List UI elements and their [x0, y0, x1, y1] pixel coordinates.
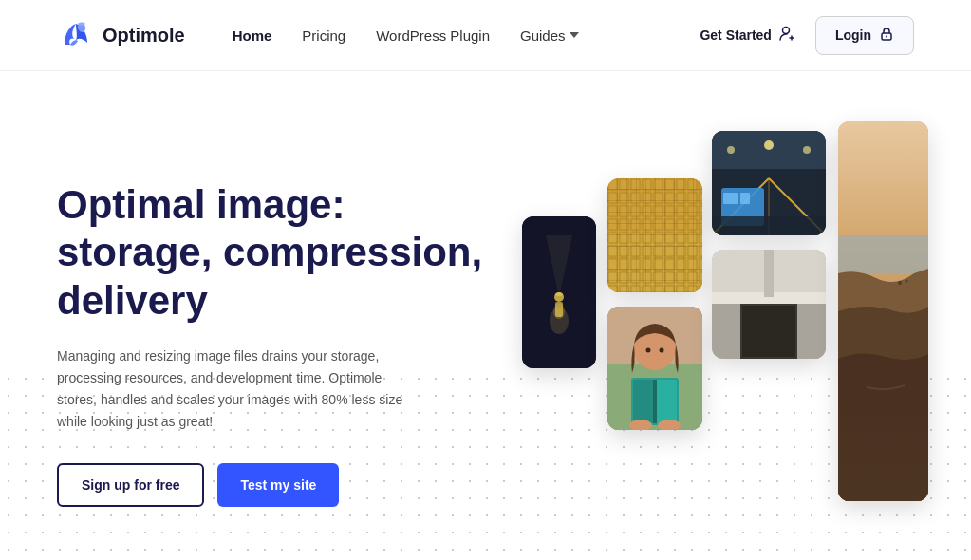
login-button[interactable]: Login: [815, 16, 914, 55]
nav-link-home[interactable]: Home: [233, 28, 272, 44]
navbar: Optimole Home Pricing WordPress Plugin G…: [0, 0, 971, 71]
get-started-label: Get Started: [700, 28, 771, 43]
hero-content: Optimal image: storage, compression, del…: [57, 162, 484, 508]
image-card-beach-cliff: [838, 121, 928, 501]
lock-icon: [879, 27, 894, 45]
image-card-train-station: [712, 131, 826, 235]
svg-rect-45: [742, 306, 795, 357]
svg-rect-35: [633, 380, 654, 423]
svg-point-21: [727, 146, 735, 154]
nav-links: Home Pricing WordPress Plugin Guides: [233, 28, 700, 44]
svg-rect-10: [607, 178, 702, 292]
svg-point-33: [660, 347, 664, 352]
nav-link-guides[interactable]: Guides: [520, 28, 579, 44]
image-card-architecture: [712, 250, 826, 359]
hero-description: Managing and resizing image files drains…: [57, 345, 418, 433]
svg-point-22: [764, 140, 774, 150]
svg-rect-36: [656, 380, 677, 423]
login-label: Login: [835, 28, 871, 43]
image-card-person: [522, 216, 596, 368]
svg-point-23: [803, 146, 811, 154]
svg-rect-46: [764, 250, 774, 297]
nav-link-pricing[interactable]: Pricing: [302, 28, 345, 44]
image-card-building: [607, 178, 702, 292]
svg-rect-25: [723, 193, 738, 204]
signup-button[interactable]: Sign up for free: [57, 463, 204, 507]
svg-rect-27: [712, 216, 826, 235]
svg-point-32: [646, 347, 651, 352]
nav-right: Get Started Login: [700, 16, 914, 55]
svg-point-51: [906, 279, 908, 282]
svg-rect-11: [607, 178, 702, 292]
svg-rect-8: [555, 302, 563, 317]
logo-icon: [57, 16, 95, 54]
hero-section: Optimal image: storage, compression, del…: [0, 71, 971, 560]
svg-rect-15: [607, 178, 702, 235]
person-add-icon: [777, 24, 796, 47]
hero-title: Optimal image: storage, compression, del…: [57, 181, 484, 325]
test-site-button[interactable]: Test my site: [217, 463, 339, 507]
logo-text: Optimole: [103, 25, 185, 47]
svg-rect-26: [740, 193, 750, 204]
svg-point-9: [555, 292, 563, 296]
svg-rect-49: [838, 235, 928, 273]
nav-link-wordpress-plugin[interactable]: WordPress Plugin: [376, 28, 490, 44]
hero-buttons: Sign up for free Test my site: [57, 463, 484, 507]
chevron-down-icon: [570, 32, 579, 38]
svg-point-3: [886, 35, 887, 37]
svg-point-50: [898, 281, 902, 285]
svg-point-1: [782, 27, 789, 33]
svg-rect-14: [607, 178, 702, 292]
hero-image-collage: [522, 121, 914, 549]
logo[interactable]: Optimole: [57, 16, 185, 54]
svg-rect-37: [653, 380, 657, 423]
image-card-woman-reading: [607, 307, 702, 430]
get-started-button[interactable]: Get Started: [700, 24, 795, 47]
